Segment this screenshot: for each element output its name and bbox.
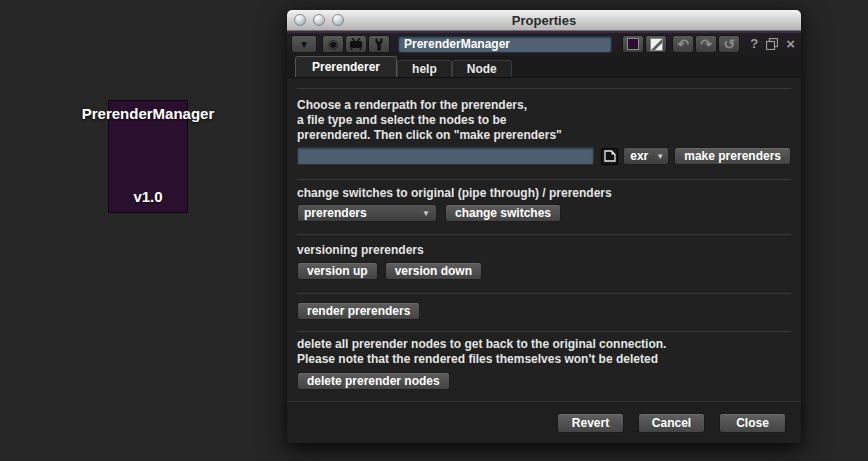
undo-button[interactable]: ↶ xyxy=(672,35,694,53)
monitor-button[interactable] xyxy=(345,35,367,53)
switches-mode-select[interactable]: prerenders ▼ xyxy=(297,204,437,222)
divider xyxy=(297,331,791,332)
delete-prerender-nodes-button[interactable]: delete prerender nodes xyxy=(297,372,450,390)
monitor-icon xyxy=(349,38,363,50)
node-menu-button[interactable]: ▼ xyxy=(291,35,317,53)
float-window-icon xyxy=(766,38,778,50)
center-node-button[interactable]: ◉ xyxy=(322,35,344,53)
color-swatch xyxy=(627,38,639,50)
render-prerenders-button[interactable]: render prerenders xyxy=(297,302,420,320)
wrench-icon xyxy=(373,38,385,51)
version-up-button[interactable]: version up xyxy=(297,262,378,280)
postage-stamp-button[interactable] xyxy=(645,35,667,53)
mac-zoom-button[interactable] xyxy=(332,14,344,26)
tab-prerenderer[interactable]: Prerenderer xyxy=(295,56,397,77)
mac-close-button[interactable] xyxy=(294,14,306,26)
dialog-footer: Revert Cancel Close xyxy=(287,401,801,443)
version-down-button[interactable]: version down xyxy=(385,262,482,280)
tab-node[interactable]: Node xyxy=(452,60,512,77)
divider xyxy=(297,293,791,294)
revert-button[interactable]: Revert xyxy=(557,413,624,433)
float-panel-button[interactable] xyxy=(766,38,778,50)
revert-knobs-button[interactable]: ↺ xyxy=(718,35,740,53)
cancel-button[interactable]: Cancel xyxy=(638,413,705,433)
tab-bar: Prerenderer help Node xyxy=(287,56,801,78)
help-button[interactable]: ? xyxy=(750,35,758,53)
node-name-input[interactable] xyxy=(398,36,612,53)
file-browser-button[interactable] xyxy=(601,148,618,165)
node-version-label: v1.0 xyxy=(133,188,162,205)
window-title: Properties xyxy=(287,10,801,31)
tab-content: Choose a renderpath for the prerenders, … xyxy=(287,78,801,401)
chevron-down-icon: ▼ xyxy=(648,152,664,161)
wrench-button[interactable] xyxy=(368,35,390,53)
tab-help[interactable]: help xyxy=(397,60,452,77)
properties-header: ▼ ◉ xyxy=(287,31,801,56)
node-title-label: PrerenderManager xyxy=(82,105,215,122)
chevron-down-icon: ▼ xyxy=(414,209,430,218)
renderpath-input[interactable] xyxy=(297,147,594,165)
node-color-button[interactable] xyxy=(622,35,644,53)
file-browser-icon xyxy=(604,150,616,162)
help-icon: ? xyxy=(750,35,758,53)
delete-description: delete all prerender nodes to get back t… xyxy=(297,337,791,367)
chevron-down-icon: ▼ xyxy=(299,39,309,50)
change-switches-button[interactable]: change switches xyxy=(445,204,561,222)
make-prerenders-button[interactable]: make prerenders xyxy=(674,147,791,165)
undo-icon: ↶ xyxy=(677,36,689,52)
window-titlebar[interactable]: Properties xyxy=(287,10,801,31)
mac-minimize-button[interactable] xyxy=(313,14,325,26)
diagonal-split-icon xyxy=(650,38,663,51)
divider xyxy=(297,234,791,235)
close-icon: × xyxy=(786,35,795,53)
file-type-select[interactable]: exr ▼ xyxy=(623,147,669,165)
redo-button[interactable]: ↷ xyxy=(695,35,717,53)
node-prerendermanager[interactable]: PrerenderManager v1.0 xyxy=(108,100,188,213)
properties-window: Properties ▼ ◉ xyxy=(287,10,801,443)
divider xyxy=(297,88,791,89)
revert-icon: ↺ xyxy=(723,36,735,52)
renderpath-description: Choose a renderpath for the prerenders, … xyxy=(297,98,791,143)
redo-icon: ↷ xyxy=(700,36,712,52)
versioning-label: versioning prerenders xyxy=(297,243,791,258)
center-icon: ◉ xyxy=(328,37,338,51)
close-panel-button[interactable]: × xyxy=(786,35,795,53)
switches-label: change switches to original (pipe throug… xyxy=(297,186,791,201)
divider xyxy=(297,179,791,180)
close-button[interactable]: Close xyxy=(719,413,786,433)
